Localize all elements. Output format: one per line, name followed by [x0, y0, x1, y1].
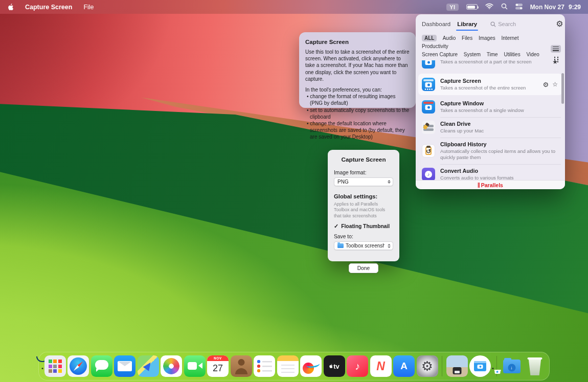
scrollbar-thumb[interactable]: [561, 73, 564, 104]
dock-messages-icon[interactable]: [91, 355, 112, 377]
global-settings-note: Applies to all Parallels Toolbox and mac…: [334, 201, 393, 219]
category-files[interactable]: Files: [462, 35, 472, 41]
control-center-icon[interactable]: [515, 3, 523, 11]
tool-list-item-clean-drive[interactable]: Clean Drive Cleans up your Mac: [416, 117, 565, 138]
tool-description: Converts audio to various formats: [440, 175, 558, 180]
tool-description: Cleans up your Mac: [440, 128, 558, 134]
dock-photos-icon[interactable]: [161, 355, 182, 377]
tool-title: Clipboard History: [440, 141, 558, 147]
dock-appletv-icon[interactable]: tv: [324, 355, 345, 377]
wifi-icon[interactable]: [485, 3, 493, 11]
popover-bullet: • set to automatically copy screenshots …: [305, 107, 410, 120]
running-indicator: [492, 368, 493, 369]
toolbox-search[interactable]: [490, 21, 549, 27]
image-format-select[interactable]: PNG: [334, 177, 393, 186]
dock-trash-icon[interactable]: [524, 355, 546, 377]
popover-prefs-intro: In the tool's preferences, you can:: [305, 86, 410, 93]
tool-title: Convert Audio: [440, 168, 558, 174]
capture-window-icon: [422, 100, 435, 114]
apple-menu-icon[interactable]: [7, 3, 14, 11]
toolbox-header: Dashboard Library ⚙: [416, 14, 565, 29]
list-view-button[interactable]: [551, 45, 561, 53]
dock-preview-document-icon[interactable]: [446, 355, 468, 377]
dock-fitness-icon[interactable]: [300, 355, 322, 377]
tool-description: Takes a screenshot of a single window: [440, 107, 558, 114]
image-format-label: Image format:: [334, 170, 393, 175]
tab-dashboard[interactable]: Dashboard: [422, 21, 450, 27]
tool-list-item-convert-audio[interactable]: ♪ Convert Audio Converts audio to variou…: [416, 164, 565, 180]
dock-calendar-icon[interactable]: NOV27: [207, 355, 229, 377]
dock-facetime-icon[interactable]: [184, 355, 206, 377]
search-input[interactable]: [498, 21, 549, 27]
dock-safari-icon[interactable]: [67, 355, 89, 377]
dock-music-icon[interactable]: ♪: [347, 355, 368, 377]
tool-description: Takes a screenshot of the entire screen: [440, 85, 538, 91]
tab-library[interactable]: Library: [457, 21, 477, 27]
dock-system-settings-icon[interactable]: ⚙: [417, 355, 438, 377]
toolbox-footer: || Parallels: [416, 180, 565, 189]
category-filter: ALL Audio Files Images Internet Producti…: [416, 29, 565, 62]
menu-bar: Capture Screen File YI: [0, 0, 588, 14]
spotlight-search-icon[interactable]: [501, 3, 508, 11]
category-productivity[interactable]: Productivity: [422, 43, 448, 49]
battery-icon[interactable]: [466, 4, 478, 10]
category-time[interactable]: Time: [487, 52, 498, 57]
tool-list-item-clipboard-history[interactable]: ↺ Clipboard History Automatically collec…: [416, 138, 565, 164]
dock-notes-icon[interactable]: [277, 355, 299, 377]
popover-body: Use this tool to take a screenshot of th…: [305, 49, 410, 82]
dock-launchpad-icon[interactable]: [44, 355, 66, 377]
dock: NOV27 tv ♪ N A ⚙ ↓: [38, 352, 550, 380]
dock-mail-icon[interactable]: [114, 355, 135, 377]
tool-description: Automatically collects copied items and …: [440, 148, 558, 161]
done-button[interactable]: Done: [349, 263, 378, 273]
dock-downloads-folder-icon[interactable]: ↓: [501, 355, 523, 377]
tool-list: Takes a screenshot of a part of the scre…: [416, 60, 565, 180]
tool-list-item-capture-screen[interactable]: Capture Screen Takes a screenshot of the…: [418, 74, 562, 95]
tool-list-item-partial[interactable]: Takes a screenshot of a part of the scre…: [416, 60, 565, 72]
floating-thumbnail-checkbox[interactable]: ✓ Floating Thumbnail: [334, 223, 393, 230]
category-all[interactable]: ALL: [422, 35, 437, 41]
dock-maps-icon[interactable]: [138, 355, 159, 377]
list-view-icon: [553, 47, 559, 52]
parallels-toolbox-window: Dashboard Library ⚙ ALL Audio Files Imag…: [416, 14, 565, 189]
menubar-date: Mon Nov 27: [530, 4, 564, 11]
favorite-star-outline-icon[interactable]: ☆: [552, 81, 558, 88]
convert-audio-icon: ♪: [422, 168, 435, 180]
tool-settings-gear-icon[interactable]: ⚙: [543, 81, 549, 88]
save-to-value: Toolbox screenshot...: [346, 243, 385, 249]
favorite-star-icon[interactable]: ★: [552, 60, 558, 65]
category-screen-capture[interactable]: Screen Capture: [422, 52, 458, 57]
tool-title: Capture Window: [440, 100, 558, 106]
category-video[interactable]: Video: [526, 52, 539, 57]
dock-reminders-icon[interactable]: [254, 355, 275, 377]
menu-app-name[interactable]: Capture Screen: [25, 4, 72, 11]
toolbox-settings-gear-icon[interactable]: ⚙: [556, 20, 563, 28]
global-settings-label: Global settings:: [334, 193, 393, 199]
category-system[interactable]: System: [464, 52, 481, 57]
dock-capture-area-icon[interactable]: [469, 355, 491, 377]
desktop: Capture Screen File YI: [0, 0, 588, 382]
popover-bullet: • change the format of resulting images …: [305, 93, 410, 106]
category-internet[interactable]: Internet: [502, 35, 519, 41]
capture-screen-icon: [422, 78, 435, 91]
menu-file[interactable]: File: [83, 4, 94, 11]
tool-list-item-capture-window[interactable]: Capture Window Takes a screenshot of a s…: [416, 97, 565, 117]
category-audio[interactable]: Audio: [443, 35, 456, 41]
category-utilities[interactable]: Utilities: [504, 52, 520, 57]
menubar-clock[interactable]: Mon Nov 27 9:29: [530, 4, 581, 11]
menubar-time: 9:29: [569, 4, 581, 11]
dock-contacts-icon[interactable]: [231, 355, 252, 377]
tool-description-popover: Capture Screen Use this tool to take a s…: [299, 32, 416, 108]
category-images[interactable]: Images: [479, 35, 495, 41]
dock-news-icon[interactable]: N: [370, 355, 392, 377]
folder-icon: [337, 243, 344, 248]
dock-appstore-icon[interactable]: A: [393, 355, 415, 377]
parallels-logo-text: Parallels: [481, 182, 503, 188]
capture-area-icon: [422, 60, 435, 69]
image-format-value: PNG: [337, 179, 385, 185]
toolbox-menubar-badge[interactable]: YI: [446, 4, 458, 11]
save-to-label: Save to:: [334, 234, 393, 239]
running-indicator: [42, 368, 43, 369]
save-to-select[interactable]: Toolbox screenshot...: [334, 241, 393, 250]
stepper-icon: [387, 180, 391, 184]
